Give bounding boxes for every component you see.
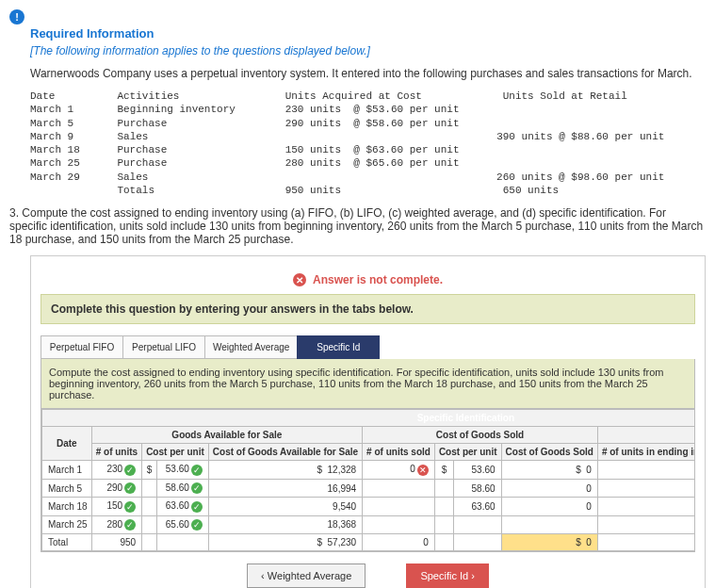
cell-units[interactable]: 150✓	[91, 498, 141, 515]
chevron-left-icon: ‹	[261, 570, 265, 581]
cell-sold[interactable]: 0✕	[363, 461, 435, 479]
cell-cpu-sym: $	[142, 461, 157, 479]
col-cogs: Cost of Goods Sold	[501, 444, 597, 461]
cell-endu[interactable]	[597, 461, 695, 479]
cell-date: March 5	[42, 479, 92, 497]
cell-blank	[454, 533, 501, 550]
col-cpu2: Cost per unit	[434, 444, 501, 461]
cell-cpu2-sym	[434, 479, 453, 497]
cell-cpu[interactable]: 53.60✓	[157, 461, 209, 479]
cell-sold[interactable]	[363, 515, 435, 533]
cell-cpu2: 58.60	[454, 479, 501, 497]
table-row: March 1 230✓ $ 53.60✓ $ 12,328 0✕ $ 53.6…	[42, 461, 696, 479]
required-title: Required Information	[30, 26, 706, 41]
cell-cogs: $ 0	[501, 461, 597, 479]
alert-icon: ✕	[293, 273, 306, 286]
cell-date: March 1	[42, 461, 92, 479]
cell-units[interactable]: 280✓	[91, 515, 141, 533]
table-row: March 5 290✓ 58.60✓ 16,994 58.60 0 58.60…	[42, 479, 696, 497]
cell-cogs	[501, 515, 597, 533]
next-button[interactable]: Specific Id ›	[406, 564, 488, 588]
cell-cogs: 0	[501, 498, 597, 515]
cell-blank	[434, 533, 453, 550]
cell-endu[interactable]	[597, 498, 695, 515]
cell-endu[interactable]	[597, 515, 695, 533]
instruction-bar: Complete this question by entering your …	[41, 294, 695, 324]
required-icon: !	[9, 9, 24, 24]
tab-lifo[interactable]: Perpetual LIFO	[122, 335, 205, 359]
cell-total-cogs: $ 0	[501, 533, 597, 550]
tab-row: Perpetual FIFO Perpetual LIFO Weighted A…	[41, 335, 695, 359]
check-icon: ✓	[124, 519, 136, 531]
cell-total-label: Total	[42, 533, 92, 550]
specific-id-table: Specific Identification Date Goods Avail…	[41, 409, 695, 550]
cell-total-endu: 0	[597, 533, 695, 550]
tab-instruction: Compute the cost assigned to ending inve…	[41, 359, 695, 409]
cell-cpu2: 63.60	[454, 498, 501, 515]
col-endu: # of units in ending inventory	[597, 444, 695, 461]
cell-gafs: $ 12,328	[208, 461, 362, 479]
cell-cpu-sym	[142, 498, 157, 515]
cell-total-sold: 0	[363, 533, 435, 550]
question3-text: 3. Compute the cost assigned to ending i…	[9, 206, 706, 246]
cell-blank	[157, 533, 209, 550]
cell-cpu-sym	[142, 515, 157, 533]
check-icon: ✓	[191, 482, 203, 494]
alert-text: Answer is not complete.	[313, 273, 443, 286]
cell-total-gafs: $ 57,230	[208, 533, 362, 550]
cell-gafs: 16,994	[208, 479, 362, 497]
cell-gafs: 18,368	[208, 515, 362, 533]
check-icon: ✓	[124, 465, 136, 476]
cell-cpu[interactable]: 63.60✓	[157, 498, 209, 515]
cell-units[interactable]: 290✓	[91, 479, 141, 497]
table-row: March 18 150✓ 63.60✓ 9,540 63.60 0 63.60…	[42, 498, 696, 515]
check-icon: ✓	[191, 519, 203, 531]
cell-total-units: 950	[91, 533, 141, 550]
col-group-end: Ending Inventory	[597, 427, 695, 444]
table-title: Specific Identification	[42, 410, 696, 427]
note-text: [The following information applies to th…	[30, 44, 706, 57]
cell-units[interactable]: 230✓	[91, 461, 141, 479]
cell-cpu-sym	[142, 479, 157, 497]
cell-cpu[interactable]: 58.60✓	[157, 479, 209, 497]
cell-cogs: 0	[501, 479, 597, 497]
cell-cpu2-sym	[434, 515, 453, 533]
cell-blank	[142, 533, 157, 550]
tab-specific[interactable]: Specific Id	[297, 335, 380, 359]
check-icon: ✓	[124, 482, 136, 494]
cell-sold[interactable]	[363, 479, 435, 497]
cell-cpu2-sym	[434, 498, 453, 515]
prev-button[interactable]: ‹ Weighted Average	[247, 564, 366, 588]
cell-cpu2	[454, 515, 501, 533]
check-icon: ✓	[191, 501, 203, 513]
intro-text: Warnerwoods Company uses a perpetual inv…	[30, 67, 706, 80]
col-gafs: Cost of Goods Available for Sale	[208, 444, 362, 461]
col-group-gafs: Goods Available for Sale	[91, 427, 362, 444]
x-icon: ✕	[417, 465, 429, 476]
alert-banner: ✕ Answer is not complete.	[41, 273, 695, 286]
col-cpu: Cost per unit	[142, 444, 209, 461]
cell-date: March 25	[42, 515, 92, 533]
total-row: Total 950 $ 57,230 0 $ 0 0 $ 0	[42, 533, 696, 550]
check-icon: ✓	[191, 465, 203, 476]
col-date: Date	[42, 427, 92, 461]
check-icon: ✓	[124, 501, 136, 513]
col-sold: # of units sold	[363, 444, 435, 461]
col-group-cogs: Cost of Goods Sold	[363, 427, 598, 444]
cell-cpu[interactable]: 65.60✓	[157, 515, 209, 533]
cell-sold[interactable]	[363, 498, 435, 515]
cell-date: March 18	[42, 498, 92, 515]
cell-cpu2-sym: $	[434, 461, 453, 479]
cell-gafs: 9,540	[208, 498, 362, 515]
tab-weighted[interactable]: Weighted Average	[204, 335, 298, 359]
col-units: # of units	[91, 444, 141, 461]
ledger-block: Date Activities Units Acquired at Cost U…	[30, 90, 706, 197]
tab-fifo[interactable]: Perpetual FIFO	[41, 335, 123, 359]
cell-cpu2: 53.60	[454, 461, 501, 479]
table-row: March 25 280✓ 65.60✓ 18,368 65.60 0	[42, 515, 696, 533]
chevron-right-icon: ›	[471, 570, 475, 581]
cell-endu[interactable]	[597, 479, 695, 497]
